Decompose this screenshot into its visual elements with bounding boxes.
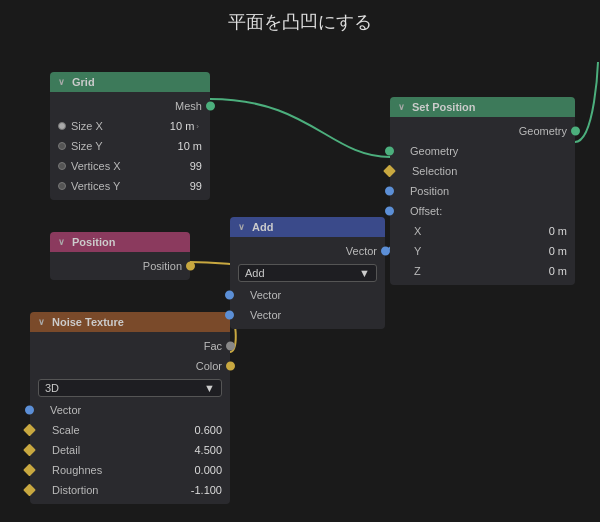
grid-vertx-dot[interactable] bbox=[58, 162, 66, 170]
noise-distortion-label: Distortion bbox=[52, 484, 98, 496]
noise-dropdown-row: 3D ▼ bbox=[30, 376, 230, 400]
add-title: Add bbox=[252, 221, 273, 233]
grid-header: ∨ Grid bbox=[50, 72, 210, 92]
noise-vector-label: Vector bbox=[50, 404, 81, 416]
grid-body: Mesh Size X 10 m › Size Y 10 m Vertices … bbox=[50, 92, 210, 200]
noise-title: Noise Texture bbox=[52, 316, 124, 328]
add-expand-icon[interactable]: ∨ bbox=[238, 222, 245, 232]
add-dropdown-row: Add ▼ bbox=[230, 261, 385, 285]
position-header: ∨ Position bbox=[50, 232, 190, 252]
node-canvas: ∨ Grid Mesh Size X 10 m › Size Y 10 m Ve… bbox=[0, 42, 600, 522]
node-noise: ∨ Noise Texture Fac Color 3D ▼ Vector bbox=[30, 312, 230, 504]
noise-vector-row: Vector bbox=[30, 400, 230, 420]
position-output-row: Position bbox=[50, 256, 190, 276]
setpos-offset-socket[interactable] bbox=[385, 207, 394, 216]
setpos-x-row: X 0 m bbox=[390, 221, 575, 241]
noise-detail-diamond[interactable] bbox=[23, 444, 36, 457]
add-vector-out-label: Vector bbox=[346, 245, 377, 257]
add-vector1-socket[interactable] bbox=[225, 291, 234, 300]
add-vector-out-socket[interactable] bbox=[381, 247, 390, 256]
setpos-expand-icon[interactable]: ∨ bbox=[398, 102, 405, 112]
noise-fac-row: Fac bbox=[30, 336, 230, 356]
setpos-header: ∨ Set Position bbox=[390, 97, 575, 117]
grid-sizey-row: Size Y 10 m bbox=[50, 136, 210, 156]
noise-roughness-value: 0.000 bbox=[194, 464, 222, 476]
noise-roughness-diamond[interactable] bbox=[23, 464, 36, 477]
setpos-body: Geometry Geometry Selection Position Off… bbox=[390, 117, 575, 285]
position-output-label: Position bbox=[143, 260, 182, 272]
noise-distortion-row: Distortion -1.100 bbox=[30, 480, 230, 500]
noise-scale-diamond[interactable] bbox=[23, 424, 36, 437]
setpos-z-value: 0 m bbox=[549, 265, 567, 277]
setpos-y-value: 0 m bbox=[549, 245, 567, 257]
grid-verty-dot[interactable] bbox=[58, 182, 66, 190]
grid-expand-icon[interactable]: ∨ bbox=[58, 77, 65, 87]
page-title: 平面を凸凹にする bbox=[0, 0, 600, 42]
grid-sizey-value: 10 m bbox=[178, 140, 202, 152]
grid-sizex-row: Size X 10 m › bbox=[50, 116, 210, 136]
add-vector2-socket[interactable] bbox=[225, 311, 234, 320]
noise-scale-value: 0.600 bbox=[194, 424, 222, 436]
grid-verty-value: 99 bbox=[190, 180, 202, 192]
add-operation-value: Add bbox=[245, 267, 265, 279]
grid-sizey-dot[interactable] bbox=[58, 142, 66, 150]
grid-sizex-value: 10 m bbox=[170, 120, 194, 132]
noise-distortion-value: -1.100 bbox=[191, 484, 222, 496]
add-operation-dropdown[interactable]: Add ▼ bbox=[238, 264, 377, 282]
add-vector2-row: Vector bbox=[230, 305, 385, 325]
node-setpos: ∨ Set Position Geometry Geometry Selecti… bbox=[390, 97, 575, 285]
setpos-x-value: 0 m bbox=[549, 225, 567, 237]
grid-sizex-arrow: › bbox=[196, 122, 199, 131]
setpos-geo-out-socket[interactable] bbox=[571, 127, 580, 136]
grid-mesh-socket[interactable] bbox=[206, 102, 215, 111]
add-body: Vector Add ▼ Vector Vector bbox=[230, 237, 385, 329]
add-vector2-label: Vector bbox=[250, 309, 281, 321]
setpos-y-label: Y bbox=[414, 245, 421, 257]
setpos-geo-in-label: Geometry bbox=[410, 145, 458, 157]
noise-roughness-row: Roughnes 0.000 bbox=[30, 460, 230, 480]
grid-verty-label: Vertices Y bbox=[71, 180, 120, 192]
setpos-y-row: Y 0 m bbox=[390, 241, 575, 261]
noise-scale-row: Scale 0.600 bbox=[30, 420, 230, 440]
grid-title: Grid bbox=[72, 76, 95, 88]
setpos-offset-label-row: Offset: bbox=[390, 201, 575, 221]
grid-sizex-dot[interactable] bbox=[58, 122, 66, 130]
setpos-offset-label: Offset: bbox=[410, 205, 442, 217]
setpos-z-label: Z bbox=[414, 265, 421, 277]
noise-fac-label: Fac bbox=[204, 340, 222, 352]
add-vector-out-row: Vector bbox=[230, 241, 385, 261]
noise-vector-socket-in[interactable] bbox=[25, 406, 34, 415]
setpos-position-label: Position bbox=[410, 185, 449, 197]
position-title: Position bbox=[72, 236, 115, 248]
noise-3d-value: 3D bbox=[45, 382, 59, 394]
setpos-x-label: X bbox=[414, 225, 421, 237]
add-dropdown-arrow: ▼ bbox=[359, 267, 370, 279]
position-expand-icon[interactable]: ∨ bbox=[58, 237, 65, 247]
grid-verty-row: Vertices Y 99 bbox=[50, 176, 210, 196]
noise-roughness-label: Roughnes bbox=[52, 464, 102, 476]
setpos-position-socket[interactable] bbox=[385, 187, 394, 196]
setpos-geo-in-socket[interactable] bbox=[385, 147, 394, 156]
grid-sizex-label: Size X bbox=[71, 120, 103, 132]
position-body: Position bbox=[50, 252, 190, 280]
noise-scale-label: Scale bbox=[52, 424, 80, 436]
noise-body: Fac Color 3D ▼ Vector Scale 0.600 bbox=[30, 332, 230, 504]
noise-3d-dropdown[interactable]: 3D ▼ bbox=[38, 379, 222, 397]
noise-expand-icon[interactable]: ∨ bbox=[38, 317, 45, 327]
add-vector1-label: Vector bbox=[250, 289, 281, 301]
noise-fac-socket[interactable] bbox=[226, 342, 235, 351]
position-output-socket[interactable] bbox=[186, 262, 195, 271]
setpos-title: Set Position bbox=[412, 101, 476, 113]
grid-vertx-label: Vertices X bbox=[71, 160, 121, 172]
add-header: ∨ Add bbox=[230, 217, 385, 237]
noise-detail-row: Detail 4.500 bbox=[30, 440, 230, 460]
noise-color-row: Color bbox=[30, 356, 230, 376]
noise-distortion-diamond[interactable] bbox=[23, 484, 36, 497]
noise-detail-label: Detail bbox=[52, 444, 80, 456]
grid-sizey-label: Size Y bbox=[71, 140, 103, 152]
grid-mesh-label: Mesh bbox=[175, 100, 202, 112]
setpos-selection-diamond[interactable] bbox=[383, 165, 396, 178]
node-position: ∨ Position Position bbox=[50, 232, 190, 280]
noise-color-socket[interactable] bbox=[226, 362, 235, 371]
setpos-geo-out-label: Geometry bbox=[519, 125, 567, 137]
